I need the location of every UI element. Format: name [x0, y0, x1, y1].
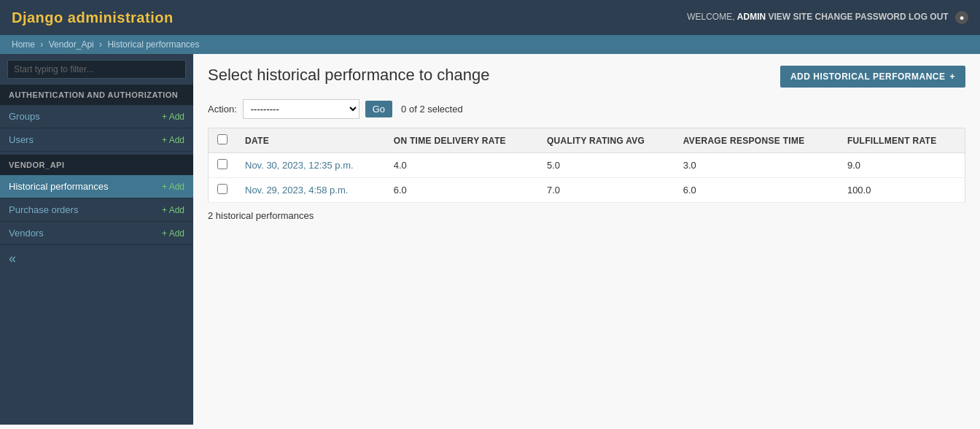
sidebar-groups-add[interactable]: + Add [162, 112, 184, 122]
sidebar-item-historical-performances[interactable]: Historical performances + Add [0, 175, 193, 198]
change-password-link[interactable]: CHANGE PASSWORD [815, 12, 906, 22]
selected-count: 0 of 2 selected [401, 104, 463, 115]
user-icon: ● [955, 11, 968, 24]
select-all-checkbox[interactable] [217, 134, 228, 144]
sidebar-collapse-button[interactable]: « [0, 245, 193, 272]
add-button-icon: + [949, 72, 955, 82]
row-date: Nov. 30, 2023, 12:35 p.m. [236, 153, 385, 178]
table-row: Nov. 29, 2023, 4:58 p.m. 6.0 7.0 6.0 100… [209, 178, 965, 203]
date-link[interactable]: Nov. 30, 2023, 12:35 p.m. [245, 160, 354, 171]
row-checkbox[interactable] [217, 159, 228, 169]
sidebar-item-users[interactable]: Users + Add [0, 128, 193, 152]
sidebar-purchase-add[interactable]: + Add [162, 205, 184, 215]
layout: AUTHENTICATION AND AUTHORIZATION Groups … [0, 54, 980, 425]
row-quality-rating-avg: 7.0 [538, 178, 674, 203]
select-all-col [209, 128, 237, 153]
action-label: Action: [208, 104, 237, 115]
sidebar-purchase-label: Purchase orders [9, 204, 78, 215]
breadcrumb: Home › Vendor_Api › Historical performan… [0, 35, 980, 54]
result-count: 2 historical performances [208, 210, 965, 221]
log-out-link[interactable]: LOG OUT [909, 12, 949, 22]
action-select[interactable]: --------- [243, 99, 359, 119]
row-on-time-delivery-rate: 4.0 [385, 153, 538, 178]
sidebar-filter-input[interactable] [7, 60, 186, 79]
header-user-info: WELCOME, ADMIN VIEW SITE CHANGE PASSWORD… [687, 11, 968, 24]
table-row: Nov. 30, 2023, 12:35 p.m. 4.0 5.0 3.0 9.… [209, 153, 965, 178]
col-fulfillment-rate: FULFILLMENT RATE [839, 128, 965, 153]
row-date: Nov. 29, 2023, 4:58 p.m. [236, 178, 385, 203]
go-button[interactable]: Go [365, 101, 392, 117]
table-body: Nov. 30, 2023, 12:35 p.m. 4.0 5.0 3.0 9.… [209, 153, 965, 203]
add-historical-performance-button[interactable]: ADD HISTORICAL PERFORMANCE + [780, 66, 965, 88]
col-on-time-delivery-rate: ON TIME DELIVERY RATE [385, 128, 538, 153]
sidebar-historical-add[interactable]: + Add [162, 182, 184, 192]
sidebar-item-purchase-orders[interactable]: Purchase orders + Add [0, 198, 193, 222]
welcome-text: WELCOME, [687, 12, 734, 22]
app-title: Django administration [12, 9, 174, 26]
sidebar-item-vendors[interactable]: Vendors + Add [0, 222, 193, 245]
row-average-response-time: 6.0 [674, 178, 839, 203]
sidebar-section-auth: AUTHENTICATION AND AUTHORIZATION [0, 85, 193, 105]
main-content: Select historical performance to change … [193, 54, 980, 425]
sidebar: AUTHENTICATION AND AUTHORIZATION Groups … [0, 54, 193, 425]
breadcrumb-home[interactable]: Home [12, 39, 35, 50]
username: ADMIN [737, 12, 766, 22]
sidebar-groups-label: Groups [9, 111, 40, 122]
sidebar-item-groups[interactable]: Groups + Add [0, 105, 193, 128]
add-button-label: ADD HISTORICAL PERFORMANCE [790, 72, 946, 82]
col-quality-rating-avg: QUALITY RATING AVG [538, 128, 674, 153]
header: Django administration WELCOME, ADMIN VIE… [0, 0, 980, 35]
sidebar-vendors-label: Vendors [9, 228, 44, 239]
sidebar-users-label: Users [9, 134, 34, 145]
row-fulfillment-rate: 100.0 [839, 178, 965, 203]
row-on-time-delivery-rate: 6.0 [385, 178, 538, 203]
row-checkbox-col [209, 153, 237, 178]
sidebar-filter [0, 54, 193, 85]
col-average-response-time: AVERAGE RESPONSE TIME [674, 128, 839, 153]
main-header: Select historical performance to change … [208, 66, 965, 88]
row-checkbox-col [209, 178, 237, 203]
action-bar: Action: --------- Go 0 of 2 selected [208, 99, 965, 119]
row-checkbox[interactable] [217, 184, 228, 194]
data-table: DATE ON TIME DELIVERY RATE QUALITY RATIN… [208, 128, 965, 203]
sidebar-vendors-add[interactable]: + Add [162, 228, 184, 239]
breadcrumb-vendor-api[interactable]: Vendor_Api [49, 39, 94, 50]
view-site-link[interactable]: VIEW SITE [768, 12, 812, 22]
table-header: DATE ON TIME DELIVERY RATE QUALITY RATIN… [209, 128, 965, 153]
breadcrumb-current: Historical performances [107, 39, 199, 50]
sidebar-section-vendor-api: VENDOR_API [0, 155, 193, 175]
date-link[interactable]: Nov. 29, 2023, 4:58 p.m. [245, 185, 348, 196]
sidebar-users-add[interactable]: + Add [162, 135, 184, 145]
sidebar-vendor-section: VENDOR_API Historical performances + Add… [0, 155, 193, 245]
col-date: DATE [236, 128, 385, 153]
row-quality-rating-avg: 5.0 [538, 153, 674, 178]
sidebar-historical-label: Historical performances [9, 181, 109, 192]
row-average-response-time: 3.0 [674, 153, 839, 178]
page-title: Select historical performance to change [208, 66, 489, 85]
row-fulfillment-rate: 9.0 [839, 153, 965, 178]
